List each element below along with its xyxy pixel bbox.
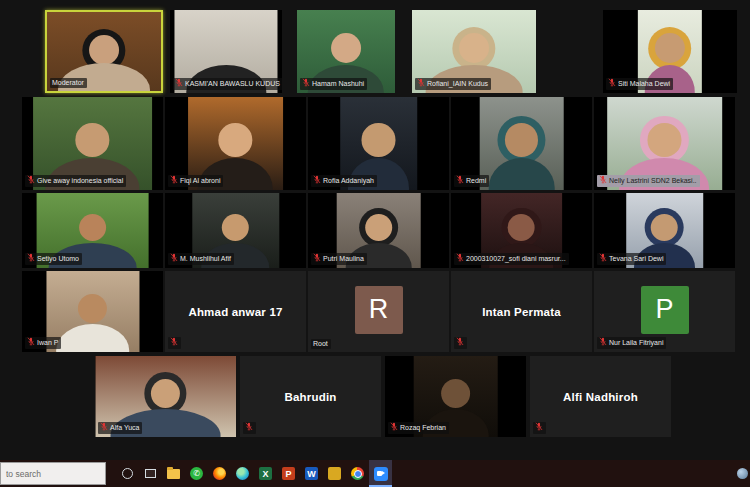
participant-label: Rofiani_IAIN Kudus [415,78,491,90]
task-view-icon[interactable] [139,460,162,487]
powerpoint-icon[interactable]: P [277,460,300,487]
participant-tile[interactable]: Setiyo Utomo [22,193,163,268]
participant-tile[interactable]: Iwan P [22,271,163,352]
mic-muted-icon [535,422,543,434]
mic-muted-icon [245,422,253,434]
participant-label: KASMI'AN BAWASLU KUDUS [173,78,282,90]
person-silhouette-head [508,214,535,241]
participant-tile[interactable]: Fiqi Al abroni [165,97,306,190]
participant-tile[interactable]: Nelly Lastrini SDN2 Bekasi.. [594,97,735,190]
mic-muted-icon [27,253,35,265]
participant-name-label: Siti Malaha Dewi [618,79,670,89]
participant-tile[interactable]: Tevana Sari Dewi [594,193,735,268]
participant-label: Moderator [50,78,87,88]
edge-icon[interactable] [231,460,254,487]
mic-muted-icon [170,253,178,265]
participant-tile[interactable]: Redmi [451,97,592,190]
participant-tile[interactable]: Rofia Addaniyah [308,97,449,190]
participant-name-label: Rofia Addaniyah [323,176,374,186]
zoom-meeting-window: ModeratorKASMI'AN BAWASLU KUDUSHamam Nas… [0,0,750,487]
participant-tile[interactable]: Give away indonesia official [22,97,163,190]
participant-tile[interactable]: PNur Laila Fitriyani [594,271,735,352]
participant-name-label: Hamam Nashuhi [312,79,364,89]
participant-label: M. Mushlihul Afif [168,253,234,265]
participant-name-label: Moderator [52,78,84,88]
participant-name-label: Putri Maulina [323,254,364,264]
mic-muted-icon [27,337,35,349]
participant-name-label: Redmi [466,176,486,186]
windows-taskbar: ✆XPW [0,460,750,487]
word-icon[interactable]: W [300,460,323,487]
cortana-icon[interactable] [116,460,139,487]
person-silhouette-torso [489,158,555,190]
person-silhouette-head [219,123,252,156]
participant-tile[interactable]: Moderator [45,10,163,93]
participant-name-label: 2000310027_sofi diani masrur... [466,254,566,264]
person-silhouette-head [222,214,249,241]
system-tray-icon[interactable] [737,468,748,479]
participant-label: Rofia Addaniyah [311,175,377,187]
video-feed [479,97,564,190]
participant-tile[interactable]: Ahmad anwar 17 [165,271,306,352]
person-silhouette-torso [56,324,129,352]
participant-name-centered: Alfi Nadhiroh [530,356,671,437]
avatar: P [641,286,689,334]
participant-tile[interactable]: Hamam Nashuhi [297,10,395,93]
zoom-icon[interactable] [369,460,392,487]
participant-label [168,337,181,349]
person-silhouette-head [362,123,395,156]
person-silhouette-head [331,33,361,63]
participant-label [454,337,467,349]
whatsapp-icon[interactable]: ✆ [185,460,208,487]
person-silhouette-head [89,35,119,65]
participant-tile[interactable]: Alfi Nadhiroh [530,356,671,437]
participant-label: Fiqi Al abroni [168,175,223,187]
mic-muted-icon [456,337,464,349]
participant-name-label: Rofiani_IAIN Kudus [427,79,488,89]
participant-name-label: Nelly Lastrini SDN2 Bekasi.. [609,176,697,186]
mic-muted-icon [313,175,321,187]
participant-tile[interactable]: 2000310027_sofi diani masrur... [451,193,592,268]
participant-name-label: Tevana Sari Dewi [609,254,663,264]
taskbar-icons: ✆XPW [116,460,392,487]
person-silhouette-head [211,33,241,63]
person-silhouette-head [79,214,106,241]
firefox-icon[interactable] [208,460,231,487]
participant-tile[interactable]: RRoot [308,271,449,352]
participant-label: Give away indonesia official [25,175,126,187]
participant-tile[interactable]: Bahrudin [240,356,381,437]
participant-tile[interactable]: M. Mushlihul Afif [165,193,306,268]
photos-icon[interactable] [323,460,346,487]
participant-label: Nur Laila Fitriyani [597,337,666,349]
chrome-icon[interactable] [346,460,369,487]
participant-label: Root [311,339,331,349]
participant-tile[interactable]: Intan Permata [451,271,592,352]
person-silhouette-head [459,33,489,63]
participant-label: Nelly Lastrini SDN2 Bekasi.. [597,175,700,187]
participant-tile[interactable]: KASMI'AN BAWASLU KUDUS [170,10,282,93]
mic-muted-icon [302,78,310,90]
excel-icon[interactable]: X [254,460,277,487]
participant-tile[interactable]: Rozaq Febrian [385,356,526,437]
participant-label: Redmi [454,175,489,187]
mic-muted-icon [608,78,616,90]
participant-tile[interactable]: Putri Maulina [308,193,449,268]
participant-name-label: Give away indonesia official [37,176,123,186]
person-silhouette-head [651,214,678,241]
mic-muted-icon [456,253,464,265]
file-explorer-icon[interactable] [162,460,185,487]
person-silhouette-head [655,33,685,63]
taskbar-search-input[interactable] [0,462,106,485]
participant-label: Hamam Nashuhi [300,78,367,90]
participant-tile[interactable]: Rofiani_IAIN Kudus [412,10,536,93]
participant-name-label: Iwan P [37,338,58,348]
mic-muted-icon [417,78,425,90]
participant-name-centered: Intan Permata [451,271,592,352]
participant-name-label: M. Mushlihul Afif [180,254,231,264]
person-silhouette-head [78,294,107,323]
participant-label: Tevana Sari Dewi [597,253,666,265]
participant-tile[interactable]: Siti Malaha Dewi [603,10,737,93]
participant-tile[interactable]: Alfa Yuca [95,356,236,437]
mic-muted-icon [599,253,607,265]
participant-label: Siti Malaha Dewi [606,78,673,90]
